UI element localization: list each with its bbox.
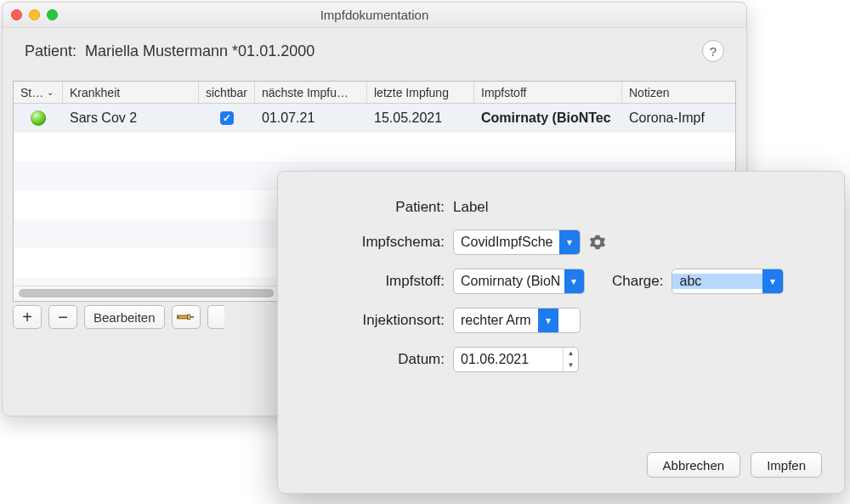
charge-select[interactable]: abc ▾ (672, 269, 784, 294)
help-icon: ? (710, 44, 717, 59)
charge-label: Charge: (612, 273, 663, 290)
cell-letzte: 15.05.2021 (367, 110, 474, 126)
patient-row: Patient: Mariella Mustermann *01.01.2000… (3, 28, 746, 67)
window-title: Impfdokumentation (3, 8, 746, 22)
impfschema-value: CovidImpfSche (454, 235, 559, 250)
impfstoff-label: Impfstoff: (300, 273, 453, 290)
col-sichtbar[interactable]: sichtbar (199, 82, 255, 103)
col-notizen[interactable]: Notizen (622, 82, 735, 103)
scrollbar-thumb[interactable] (19, 289, 274, 297)
syringe-button[interactable] (172, 305, 201, 329)
cell-naechste: 01.07.21 (255, 110, 367, 126)
col-status[interactable]: St…⌄ (14, 82, 63, 103)
charge-value: abc (672, 274, 762, 289)
injektionsort-select[interactable]: rechter Arm ▾ (453, 308, 581, 333)
status-dot-icon (31, 110, 46, 126)
close-icon[interactable] (11, 9, 22, 20)
chevron-down-icon: ▾ (538, 309, 558, 332)
col-naechste[interactable]: nächste Impfu… (255, 82, 367, 103)
datum-row: Datum: 01.06.2021 ▲ ▼ (300, 347, 822, 372)
dialog-patient-value: Label (453, 199, 489, 216)
cell-krankheit: Sars Cov 2 (63, 110, 199, 126)
sort-caret-icon: ⌄ (47, 88, 54, 97)
table-header: St…⌄ Krankheit sichtbar nächste Impfu… l… (14, 82, 735, 104)
sichtbar-checkbox[interactable]: ✓ (220, 111, 234, 125)
impfstoff-row: Impfstoff: Comirnaty (BioN ▾ Charge: abc… (300, 269, 822, 294)
impfstoff-select[interactable]: Comirnaty (BioN ▾ (453, 269, 585, 294)
submit-button[interactable]: Impfen (751, 452, 822, 478)
col-impfstoff[interactable]: Impfstoff (474, 82, 622, 103)
step-up-icon[interactable]: ▲ (564, 348, 578, 360)
datum-field[interactable]: 01.06.2021 ▲ ▼ (453, 347, 579, 372)
table-row[interactable]: Sars Cov 2 ✓ 01.07.21 15.05.2021 Comirna… (14, 104, 735, 133)
patient-label: Patient: (25, 42, 76, 60)
gear-icon[interactable] (589, 234, 606, 251)
impfstoff-value: Comirnaty (BioN (454, 274, 564, 289)
vaccinate-dialog: Patient: Label Impfschema: CovidImpfSche… (277, 171, 845, 494)
minimize-icon[interactable] (29, 9, 40, 20)
extra-button[interactable] (207, 305, 224, 329)
cell-notizen: Corona-Impf (622, 110, 735, 126)
col-letzte[interactable]: letzte Impfung (367, 82, 474, 103)
step-down-icon[interactable]: ▼ (564, 360, 578, 371)
injektionsort-row: Injektionsort: rechter Arm ▾ (300, 308, 822, 333)
remove-button[interactable]: − (48, 305, 77, 329)
traffic-lights (11, 9, 58, 20)
maximize-icon[interactable] (47, 9, 58, 20)
edit-button[interactable]: Bearbeiten (84, 305, 165, 329)
injektionsort-label: Injektionsort: (300, 312, 453, 329)
svg-rect-1 (187, 314, 190, 320)
chevron-down-icon: ▾ (564, 269, 584, 293)
dialog-buttons: Abbrechen Impfen (300, 452, 822, 478)
dialog-patient-row: Patient: Label (300, 199, 822, 216)
injektionsort-value: rechter Arm (454, 313, 538, 328)
titlebar: Impfdokumentation (3, 3, 746, 28)
help-button[interactable]: ? (702, 40, 724, 62)
chevron-down-icon: ▾ (762, 269, 783, 293)
patient-name: Mariella Mustermann *01.01.2000 (85, 42, 314, 60)
table-row (14, 133, 735, 161)
cancel-button[interactable]: Abbrechen (647, 452, 741, 478)
svg-rect-0 (178, 315, 187, 319)
chevron-down-icon: ▾ (559, 230, 580, 254)
date-stepper[interactable]: ▲ ▼ (563, 348, 578, 371)
dialog-patient-label: Patient: (300, 199, 453, 216)
datum-label: Datum: (300, 351, 453, 368)
cell-impfstoff: Comirnaty (BioNTec (474, 110, 622, 126)
impfschema-label: Impfschema: (300, 234, 453, 251)
impfschema-row: Impfschema: CovidImpfSche ▾ (300, 229, 822, 255)
syringe-icon (177, 310, 196, 324)
add-button[interactable]: + (13, 305, 42, 329)
impfschema-select[interactable]: CovidImpfSche ▾ (453, 229, 581, 255)
datum-value: 01.06.2021 (454, 352, 563, 367)
col-krankheit[interactable]: Krankheit (63, 82, 199, 103)
